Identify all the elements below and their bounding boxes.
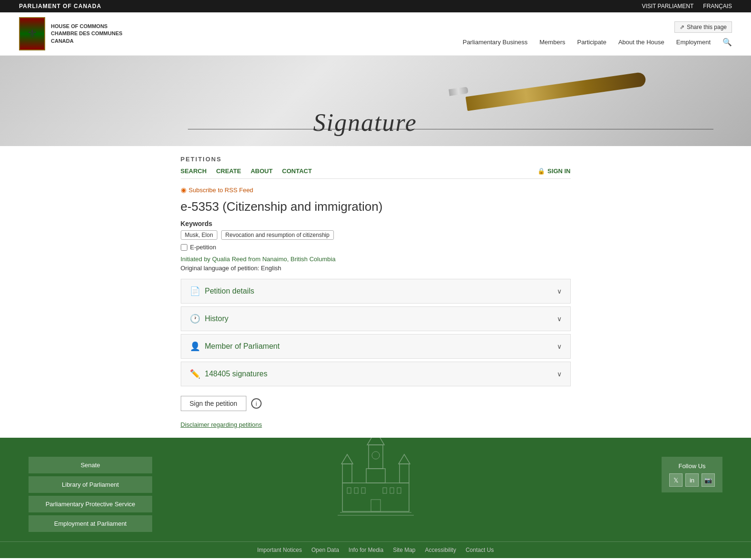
footer-bottom: Important Notices Open Data Info for Med… — [0, 541, 751, 558]
svg-rect-1 — [366, 469, 385, 483]
mp-icon: 👤 — [190, 341, 200, 352]
accordion-petition-details: 📄 Petition details ∨ — [181, 279, 571, 304]
actions-row: Sign the petition i — [181, 396, 571, 411]
accordion-header-signatures[interactable]: ✏️ 148405 signatures ∨ — [181, 362, 570, 386]
svg-rect-5 — [342, 464, 352, 483]
instagram-icon[interactable]: 📷 — [702, 473, 715, 487]
nav-members[interactable]: Members — [539, 39, 565, 46]
accordion-header-history[interactable]: 🕐 History ∨ — [181, 307, 570, 331]
main-nav: Parliamentary Business Members Participa… — [463, 38, 732, 47]
petitions-nav-about[interactable]: ABOUT — [251, 167, 273, 175]
svg-rect-15 — [371, 500, 380, 511]
sign-in-link[interactable]: 🔒 SIGN IN — [537, 167, 570, 175]
accordion-left-history: 🕐 History — [190, 314, 229, 324]
accordion-title-petition-details: Petition details — [205, 287, 254, 295]
epetition-check: E-petition — [181, 244, 571, 251]
accordion-title-mp: Member of Parliament — [205, 342, 280, 351]
rss-icon: ◉ — [181, 186, 186, 194]
petitions-nav-search[interactable]: SEARCH — [181, 167, 207, 175]
svg-marker-3 — [367, 438, 384, 445]
svg-rect-11 — [361, 488, 365, 493]
accordion-header-mp[interactable]: 👤 Member of Parliament ∨ — [181, 334, 570, 358]
lock-icon: 🔒 — [537, 167, 545, 175]
footer-open-data[interactable]: Open Data — [312, 547, 339, 553]
nav-employment[interactable]: Employment — [676, 39, 711, 46]
accordion-left: 📄 Petition details — [190, 286, 254, 296]
footer-important-notices[interactable]: Important Notices — [257, 547, 302, 553]
visit-parliament-link[interactable]: VISIT PARLIAMENT — [642, 3, 693, 10]
follow-us-title: Follow Us — [669, 462, 715, 470]
share-button[interactable]: ⇗ Share this page — [674, 21, 732, 33]
rss-link[interactable]: ◉ Subscribe to RSS Feed — [181, 186, 571, 194]
top-bar: PARLIAMENT OF CANADA VISIT PARLIAMENT FR… — [0, 0, 751, 12]
footer-accessibility[interactable]: Accessibility — [425, 547, 456, 553]
petitions-nav: SEARCH CREATE ABOUT CONTACT 🔒 SIGN IN — [181, 167, 571, 179]
linkedin-icon[interactable]: in — [685, 473, 699, 487]
footer-link-protective[interactable]: Parliamentary Protective Service — [29, 496, 152, 512]
svg-rect-2 — [369, 445, 383, 469]
top-bar-title: PARLIAMENT OF CANADA — [19, 3, 101, 10]
footer-links: Senate Library of Parliament Parliamenta… — [29, 457, 152, 532]
footer: Senate Library of Parliament Parliamenta… — [0, 438, 751, 541]
footer-content: Senate Library of Parliament Parliamenta… — [29, 457, 722, 532]
svg-rect-0 — [342, 483, 409, 511]
history-icon: 🕐 — [190, 314, 200, 324]
footer-link-senate[interactable]: Senate — [29, 457, 152, 473]
signatures-icon: ✏️ — [190, 369, 200, 379]
chevron-down-icon-mp: ∨ — [557, 343, 562, 350]
epetition-checkbox[interactable] — [181, 244, 187, 251]
footer-link-employment[interactable]: Employment at Parliament — [29, 515, 152, 532]
hero-pen-graphic — [466, 60, 656, 122]
svg-point-4 — [372, 452, 380, 459]
footer-link-library[interactable]: Library of Parliament — [29, 476, 152, 493]
keyword-tags: Musk, Elon Revocation and resumption of … — [181, 230, 571, 240]
petition-original-language: Original language of petition: English — [181, 265, 571, 272]
petition-initiated-by: Initiated by Qualia Reed from Nanaimo, B… — [181, 255, 571, 263]
petition-title: e-5353 (Citizenship and immigration) — [181, 199, 571, 214]
svg-rect-13 — [390, 488, 394, 493]
epetition-label: E-petition — [190, 244, 216, 251]
info-icon[interactable]: i — [251, 398, 262, 409]
francais-link[interactable]: FRANÇAIS — [703, 3, 732, 10]
accordion-title-signatures: 148405 signatures — [205, 370, 268, 378]
svg-rect-10 — [354, 488, 358, 493]
sign-petition-button[interactable]: Sign the petition — [181, 396, 246, 411]
petitions-nav-create[interactable]: CREATE — [216, 167, 241, 175]
keyword-tag-musk: Musk, Elon — [181, 230, 217, 240]
signature-line — [188, 129, 713, 129]
share-icon: ⇗ — [680, 24, 684, 30]
chevron-down-icon: ∨ — [557, 287, 562, 295]
hero-signature-text: Signature — [313, 108, 417, 137]
accordion-member-of-parliament: 👤 Member of Parliament ∨ — [181, 334, 571, 359]
accordion-left-mp: 👤 Member of Parliament — [190, 341, 280, 352]
accordion-header-petition-details[interactable]: 📄 Petition details ∨ — [181, 279, 570, 303]
content-wrapper: PETITIONS SEARCH CREATE ABOUT CONTACT 🔒 … — [162, 146, 590, 438]
chevron-down-icon-signatures: ∨ — [557, 370, 562, 378]
footer-site-map[interactable]: Site Map — [393, 547, 415, 553]
svg-marker-6 — [341, 454, 353, 464]
keyword-tag-revocation: Revocation and resumption of citizenship — [221, 230, 334, 240]
header-right: ⇗ Share this page Parliamentary Business… — [463, 21, 732, 47]
svg-marker-8 — [399, 454, 410, 464]
pen-tip — [449, 87, 468, 96]
petitions-nav-contact[interactable]: CONTACT — [282, 167, 312, 175]
svg-rect-12 — [383, 488, 387, 493]
parliament-illustration — [328, 438, 423, 522]
accordion-left-signatures: ✏️ 148405 signatures — [190, 369, 268, 379]
nav-about-the-house[interactable]: About the House — [618, 39, 664, 46]
footer-contact-us[interactable]: Contact Us — [466, 547, 494, 553]
social-icons: 𝕏 in 📷 — [669, 473, 715, 487]
nav-participate[interactable]: Participate — [577, 39, 606, 46]
footer-info-for-media[interactable]: Info for Media — [349, 547, 383, 553]
search-icon[interactable]: 🔍 — [722, 38, 732, 47]
nav-parliamentary-business[interactable]: Parliamentary Business — [463, 39, 528, 46]
petitions-title: PETITIONS — [181, 156, 571, 163]
x-twitter-icon[interactable]: 𝕏 — [669, 473, 683, 487]
disclaimer-link[interactable]: Disclaimer regarding petitions — [181, 421, 262, 428]
header-left: ⚜ HOUSE OF COMMONS CHAMBRE DES COMMUNES … — [19, 17, 122, 50]
header: ⚜ HOUSE OF COMMONS CHAMBRE DES COMMUNES … — [0, 12, 751, 56]
accordion-history: 🕐 History ∨ — [181, 306, 571, 331]
keywords-label: Keywords — [181, 220, 571, 227]
coat-of-arms: ⚜ — [19, 17, 45, 50]
accordion-title-history: History — [205, 314, 229, 323]
